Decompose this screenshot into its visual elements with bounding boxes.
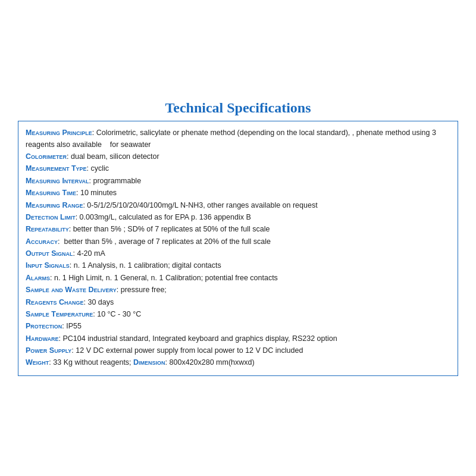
label-sample-temperature: Sample Temperature — [26, 310, 93, 318]
label-input-signals: Input Signals — [26, 261, 70, 270]
spec-measuring-range: Measuring Range: 0-5/1/2/5/10/20/40/100m… — [26, 200, 450, 211]
label-colorimeter: Colorimeter — [26, 152, 67, 161]
label-sample-waste: Sample and Waste Delivery — [26, 286, 117, 294]
label-measurement-type: Measurement Type — [26, 164, 87, 173]
value-reagents-change: : 30 days — [84, 298, 114, 306]
label-measuring-interval: Measuring Interval — [26, 177, 89, 185]
label-dimension: Dimension — [133, 358, 165, 367]
value-protection: : IP55 — [62, 322, 82, 330]
spec-measuring-principle: Measuring Principle: Colorimetric, salic… — [26, 127, 450, 151]
value-repeatability: : better than 5% ; SD% of 7 replicates a… — [69, 225, 270, 233]
label-repeatability: Repeatability — [26, 225, 69, 233]
value-power-supply: : 12 V DC external power supply from loc… — [71, 346, 303, 355]
label-measuring-principle: Measuring Principle — [26, 129, 92, 137]
label-alarms: Alarms — [26, 274, 50, 282]
page-title: Technical Specifications — [165, 100, 311, 116]
spec-reagents-change: Reagents Change: 30 days — [26, 297, 450, 308]
spec-alarms: Alarms: n. 1 High Limit, n. 1 General, n… — [26, 273, 450, 284]
label-hardware: Hardware — [26, 334, 59, 343]
label-power-supply: Power Supply — [26, 346, 71, 355]
value-measuring-time: : 10 minutes — [76, 189, 117, 197]
label-reagents-change: Reagents Change — [26, 298, 84, 306]
spec-sample-temperature: Sample Temperature: 10 °C - 30 °C — [26, 309, 450, 320]
value-output-signal: : 4-20 mA — [73, 249, 105, 258]
value-dimension: : 800x420x280 mm(hxwxd) — [165, 358, 255, 367]
spec-detection-limit: Detection Limit: 0.003mg/L, calculated a… — [26, 212, 450, 223]
spec-power-supply: Power Supply: 12 V DC external power sup… — [26, 345, 450, 356]
label-detection-limit: Detection Limit — [26, 213, 76, 221]
spec-sample-waste: Sample and Waste Delivery: pressure free… — [26, 284, 450, 296]
page-container: Technical Specifications Measuring Princ… — [0, 0, 476, 476]
value-colorimeter: : dual beam, silicon detector — [67, 152, 159, 161]
value-alarms: : n. 1 High Limit, n. 1 General, n. 1 Ca… — [50, 274, 278, 282]
spec-output-signal: Output Signal: 4-20 mA — [26, 248, 450, 259]
label-protection: Protection — [26, 322, 62, 330]
label-accuracy: Accuracy — [26, 237, 58, 246]
value-input-signals: : n. 1 Analysis, n. 1 calibration; digit… — [70, 261, 221, 270]
spec-protection: Protection: IP55 — [26, 321, 450, 332]
value-hardware: : PC104 industrial standard, Integrated … — [59, 334, 337, 343]
value-measuring-interval: : programmable — [89, 177, 142, 185]
specs-box: Measuring Principle: Colorimetric, salic… — [18, 121, 458, 376]
spec-accuracy: Accuracy: better than 5% , average of 7 … — [26, 236, 450, 248]
label-output-signal: Output Signal — [26, 249, 73, 258]
spec-weight-dimension: Weight: 33 Kg without reagents; Dimensio… — [26, 357, 450, 368]
value-weight: : 33 Kg without reagents; — [49, 358, 133, 367]
spec-measuring-interval: Measuring Interval: programmable — [26, 176, 450, 187]
value-measuring-range: : 0-5/1/2/5/10/20/40/100mg/L N-NH3, othe… — [83, 201, 317, 209]
label-measuring-range: Measuring Range — [26, 201, 83, 209]
label-weight: Weight — [26, 358, 49, 367]
spec-measurement-type: Measurement Type: cyclic — [26, 163, 450, 174]
label-measuring-time: Measuring Time — [26, 189, 76, 197]
value-sample-temperature: : 10 °C - 30 °C — [93, 310, 141, 318]
spec-input-signals: Input Signals: n. 1 Analysis, n. 1 calib… — [26, 260, 450, 271]
value-accuracy: : better than 5% , average of 7 replicat… — [58, 237, 271, 246]
spec-repeatability: Repeatability: better than 5% ; SD% of 7… — [26, 224, 450, 235]
spec-hardware: Hardware: PC104 industrial standard, Int… — [26, 333, 450, 345]
spec-measuring-time: Measuring Time: 10 minutes — [26, 187, 450, 199]
value-detection-limit: : 0.003mg/L, calculated as for EPA p. 13… — [76, 213, 251, 221]
value-sample-waste: : pressure free; — [117, 286, 167, 294]
value-measurement-type: : cyclic — [87, 164, 109, 173]
spec-colorimeter: Colorimeter: dual beam, silicon detector — [26, 151, 450, 162]
